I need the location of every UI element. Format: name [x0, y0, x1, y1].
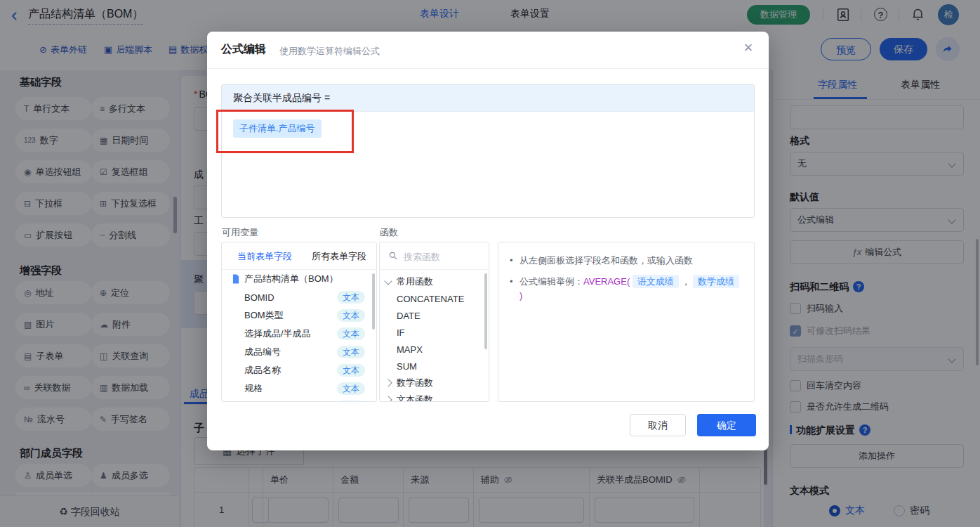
fn-name: IF	[397, 327, 405, 338]
hint-line-2: 公式编辑举例：AVERAGE( 语文成绩 ， 数学成绩 )	[508, 275, 744, 303]
fn-group-label: 常用函数	[397, 275, 433, 288]
field-name: 成品编号	[244, 346, 281, 358]
tree-field-spec[interactable]: 规格文本	[222, 380, 376, 397]
search-icon	[388, 251, 398, 261]
fn-open-token: AVERAGE(	[583, 276, 630, 287]
chevron-down-icon	[384, 277, 392, 285]
fn-item-date[interactable]: DATE	[380, 307, 489, 324]
formula-edit-modal: 公式编辑 使用数学运算符编辑公式 × 聚合关联半成品编号 = 子件清单.产品编号…	[207, 32, 769, 450]
type-badge: 文本	[337, 364, 365, 377]
type-badge: 文本	[337, 401, 365, 402]
tree-field-product-name[interactable]: 成品名称文本	[222, 362, 376, 379]
list-scrollbar[interactable]	[484, 273, 487, 349]
fn-group-label: 数学函数	[397, 377, 433, 389]
fn-name: SUM	[397, 361, 417, 372]
chevron-right-icon	[384, 379, 392, 386]
fn-item-if[interactable]: IF	[380, 324, 489, 341]
divider	[207, 68, 769, 69]
tree-root-label: 产品结构清单（BOM）	[244, 273, 338, 285]
fn-name: DATE	[397, 311, 421, 321]
fn-item-mapx[interactable]: MAPX	[380, 341, 489, 358]
fn-group-label: 文本函数	[397, 393, 433, 402]
field-name: BOMID	[244, 292, 274, 303]
type-badge: 文本	[337, 382, 365, 395]
annotation-highlight-box	[216, 110, 354, 153]
field-name: 规格	[244, 382, 263, 395]
tree-field-select-product[interactable]: 选择成品/半成品文本	[222, 325, 376, 342]
modal-title: 公式编辑	[221, 42, 266, 57]
tree-field-partial[interactable]: 文本	[222, 398, 376, 402]
close-icon[interactable]: ×	[739, 39, 757, 57]
app-screen: ‹ 产品结构清单（BOM） 表单设计 表单设置 数据管理 ? 检 ⊘表单外链 ▣…	[0, 0, 980, 527]
type-badge: 文本	[337, 309, 365, 322]
functions-panel: 常用函数 CONCATENATE DATE IF MAPX SUM 数学函数 文…	[379, 242, 489, 402]
fn-group-common[interactable]: 常用函数	[380, 273, 489, 290]
divider	[380, 269, 489, 270]
chevron-right-icon	[384, 396, 392, 402]
tab-all-form-fields[interactable]: 所有表单字段	[312, 250, 366, 263]
divider	[222, 269, 376, 270]
field-name: 选择成品/半成品	[244, 327, 311, 340]
tab-current-form-fields[interactable]: 当前表单字段	[237, 250, 292, 263]
fn-item-concatenate[interactable]: CONCATENATE	[380, 290, 489, 307]
example-field-chip: 语文成绩	[633, 275, 679, 288]
list-scrollbar[interactable]	[372, 273, 375, 330]
tree-field-bom-type[interactable]: BOM类型文本	[222, 307, 376, 324]
fn-group-math[interactable]: 数学函数	[380, 375, 489, 391]
fn-item-sum[interactable]: SUM	[380, 358, 489, 375]
variables-label: 可用变量	[222, 226, 258, 239]
hint-prefix: 公式编辑举例：	[519, 276, 583, 287]
document-icon	[232, 274, 240, 284]
tree-root-form[interactable]: 产品结构清单（BOM）	[222, 271, 376, 287]
functions-label: 函数	[380, 226, 398, 239]
type-badge: 文本	[337, 291, 365, 304]
tree-field-bomid[interactable]: BOMID文本	[222, 289, 376, 306]
confirm-button[interactable]: 确定	[697, 414, 756, 436]
hint-line-1: 从左侧面板选择字段名和函数，或输入函数	[508, 254, 744, 268]
cancel-button[interactable]: 取消	[630, 414, 686, 436]
comma-token: ，	[681, 276, 690, 287]
hints-panel: 从左侧面板选择字段名和函数，或输入函数 公式编辑举例：AVERAGE( 语文成绩…	[498, 242, 755, 402]
modal-subtitle: 使用数学运算符编辑公式	[279, 45, 380, 58]
fn-name: CONCATENATE	[397, 294, 464, 304]
field-name: 成品名称	[244, 364, 281, 377]
fn-group-text[interactable]: 文本函数	[380, 391, 489, 402]
fn-name: MAPX	[397, 344, 423, 355]
type-badge: 文本	[337, 327, 365, 340]
function-search-input[interactable]	[402, 249, 482, 264]
field-name: BOM类型	[244, 309, 284, 322]
variables-panel: 当前表单字段 所有表单字段 产品结构清单（BOM） BOMID文本 BOM类型文…	[221, 242, 377, 402]
tree-field-product-code[interactable]: 成品编号文本	[222, 344, 376, 360]
type-badge: 文本	[337, 346, 365, 358]
fn-close-token: )	[519, 290, 522, 301]
formula-target: 聚合关联半成品编号 =	[222, 85, 754, 112]
example-field-chip: 数学成绩	[693, 275, 739, 288]
